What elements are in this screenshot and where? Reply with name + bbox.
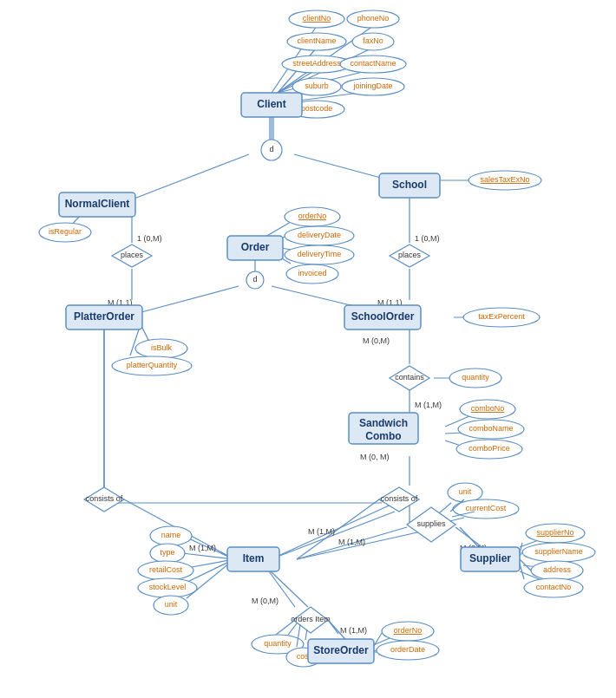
card-platter-consists-item: M (1,M) [189,544,216,552]
entity-platterorder-label: PlatterOrder [74,310,134,323]
attr-orderdate-label: orderDate [390,645,425,654]
entity-sandwichcombo-label2: Combo [365,430,401,442]
attr-type-label: type [160,548,174,557]
svg-line-72 [276,620,295,635]
attr-comboname-label: comboName [469,424,513,433]
attr-streetaddress-label: streetAddress [292,59,341,68]
attr-combono-label: comboNo [471,404,505,413]
attr-deliverydate-label: deliveryDate [298,231,341,239]
card-storeorder-ordersitem: M (1,M) [340,626,367,635]
entity-supplier-label: Supplier [469,552,511,564]
attr-comboprice-label: comboPrice [469,444,510,453]
diamond-ordersitem-label: orders Item [291,615,331,623]
card-item-supplies: M (1,M) [338,538,365,546]
card-normalclient-places-top: 1 (0,M) [137,234,162,243]
diamond-consists-of-sandwich-label: consists of [381,494,418,503]
attr-contactname-label: contactName [350,59,396,68]
diamond-consists-of-platter-label: consists of [86,494,123,503]
card-contains-bottom: M (1,M) [415,401,442,409]
attr-suppliername-label: supplierName [534,547,583,556]
diamond-school-places-label: places [398,251,422,259]
attr-unit-supplies-label: unit [459,487,472,496]
attr-retailcost-label: retailCost [149,565,183,574]
card-school-places-top: 1 (0,M) [415,234,440,243]
attr-address-label: address [543,565,572,574]
attr-clientname-label: clientName [297,36,336,45]
attr-currentcost-label: currentCost [466,504,507,512]
attr-isregular-label: isRegular [49,227,82,236]
entity-schoolorder-label: SchoolOrder [351,310,415,323]
diamond-contains-label: contains [395,373,424,382]
attr-suburb-label: suburb [305,82,329,90]
entity-normalclient-label: NormalClient [65,198,130,210]
svg-line-15 [141,286,239,312]
attr-quantity-contains-label: quantity [462,373,489,382]
attr-deliverytime-label: deliveryTime [298,250,342,258]
attr-contactno-label: contactNo [536,583,572,591]
card-schoolorder-bottom: M (0,M) [363,336,390,345]
attr-joiningdate-label: joiningDate [352,82,392,90]
attr-orderno-store-label: orderNo [394,626,423,635]
entity-school-label: School [392,179,427,191]
attr-stocklevel-label: stockLevel [149,583,187,591]
attr-taxexpercent-label: taxExPercent [478,312,525,321]
entity-storeorder-label: StoreOrder [313,644,369,656]
card-sandwich-consists-item: M (1,M) [308,527,335,536]
card-item-ordersitem: M (0,M) [252,597,279,605]
diamond-normalclient-places-label: places [121,251,144,259]
attr-platterquantity-label: platterQuantity [127,361,178,369]
attr-faxno-label: faxNo [363,36,383,45]
attr-phoneno-label: phoneNo [357,14,390,23]
entity-sandwichcombo-label1: Sandwich [359,417,408,429]
entity-client-label: Client [257,98,285,110]
attr-salestaxexno-label: salesTaxExNo [480,175,529,184]
attr-unit-item-label: unit [165,600,178,609]
diamond-supplies-label: supplies [416,519,446,528]
spec-circle-order-label: d [252,275,257,284]
entity-item-label: Item [243,552,265,564]
svg-line-75 [374,633,382,646]
attr-quantity-order-label: quantity [264,639,292,648]
attr-postcode-label: postcode [301,104,333,113]
attr-name-label: name [161,531,181,539]
attr-supplierno-label: supplierNo [536,528,573,537]
attr-invoiced-label: invoiced [298,269,326,277]
entity-order-label: Order [241,241,270,253]
spec-circle-label: d [269,145,273,153]
card-sandwichcombo-bottom: M (0, M) [360,453,390,461]
attr-clientno-label: clientNo [303,14,331,23]
attr-isbulk-label: isBulk [151,343,173,352]
svg-line-9 [132,154,249,199]
attr-orderno-label: orderNo [298,212,327,220]
er-diagram: clientNo phoneNo clientName faxNo street… [0,0,616,698]
